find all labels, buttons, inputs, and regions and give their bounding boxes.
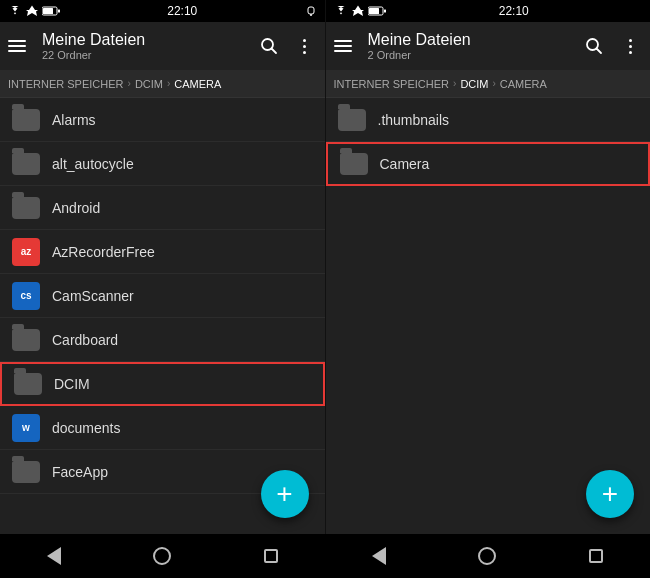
left-panel: 22:10 Meine Dateien 22 Ordner <box>0 0 326 534</box>
folder-icon-android <box>12 197 40 219</box>
left-file-android[interactable]: Android <box>0 186 325 230</box>
left-breadcrumb-camera: CAMERA <box>174 78 221 90</box>
right-status-left <box>334 5 386 17</box>
right-app-subtitle: 2 Ordner <box>368 49 575 61</box>
right-recents-icon <box>589 549 603 563</box>
right-breadcrumb: INTERNER SPEICHER › DCIM › CAMERA <box>326 70 651 98</box>
right-breadcrumb-speicher: INTERNER SPEICHER <box>334 78 450 90</box>
left-status-right <box>305 5 317 17</box>
file-name-thumbnails: .thumbnails <box>378 112 639 128</box>
left-app-subtitle: 22 Ordner <box>42 49 249 61</box>
left-fab-icon: + <box>276 478 292 510</box>
file-name-camscanner: CamScanner <box>52 288 313 304</box>
svg-line-11 <box>597 49 602 54</box>
notification-icon <box>305 5 317 17</box>
right-breadcrumb-dcim: DCIM <box>460 78 488 90</box>
right-home-icon <box>478 547 496 565</box>
right-fab[interactable]: + <box>586 470 634 518</box>
left-app-title: Meine Dateien <box>42 31 249 49</box>
left-fab[interactable]: + <box>261 470 309 518</box>
left-chevron-1: › <box>128 78 131 89</box>
folder-icon-alarms <box>12 109 40 131</box>
svg-rect-8 <box>369 8 379 14</box>
right-back-icon <box>372 547 386 565</box>
folder-icon-alt_autocycle <box>12 153 40 175</box>
search-icon <box>260 37 278 55</box>
left-breadcrumb-dcim: DCIM <box>135 78 163 90</box>
svg-rect-4 <box>310 14 312 16</box>
left-file-documents[interactable]: w documents <box>0 406 325 450</box>
right-wifi-icon <box>334 6 348 16</box>
file-name-alarms: Alarms <box>52 112 313 128</box>
app-label-w: w <box>22 422 30 433</box>
right-app-header: Meine Dateien 2 Ordner <box>326 22 651 70</box>
right-file-list: .thumbnails Camera + <box>326 98 651 534</box>
left-hamburger-menu[interactable] <box>8 40 26 52</box>
folder-icon-faceapp <box>12 461 40 483</box>
left-status-left <box>8 5 60 17</box>
right-hamburger-menu[interactable] <box>334 40 352 52</box>
right-search-icon <box>585 37 603 55</box>
left-more-button[interactable] <box>293 34 317 58</box>
right-more-button[interactable] <box>618 34 642 58</box>
left-home-button[interactable] <box>132 534 192 578</box>
right-recents-button[interactable] <box>566 534 626 578</box>
left-search-button[interactable] <box>257 34 281 58</box>
left-breadcrumb: INTERNER SPEICHER › DCIM › CAMERA <box>0 70 325 98</box>
folder-icon-cardboard <box>12 329 40 351</box>
file-name-cardboard: Cardboard <box>52 332 313 348</box>
left-chevron-2: › <box>167 78 170 89</box>
left-file-camscanner[interactable]: cs CamScanner <box>0 274 325 318</box>
svg-rect-3 <box>308 7 314 14</box>
file-name-documents: documents <box>52 420 313 436</box>
svg-line-6 <box>271 49 276 54</box>
left-file-list: Alarms alt_autocycle Android az AzRecord… <box>0 98 325 534</box>
left-bottom-nav <box>0 534 325 578</box>
svg-rect-9 <box>384 10 386 13</box>
left-file-cardboard[interactable]: Cardboard <box>0 318 325 362</box>
left-app-header: Meine Dateien 22 Ordner <box>0 22 325 70</box>
airplane-icon <box>26 5 38 17</box>
left-breadcrumb-speicher: INTERNER SPEICHER <box>8 78 124 90</box>
left-status-bar: 22:10 <box>0 0 325 22</box>
svg-rect-2 <box>58 10 60 13</box>
app-label-az: az <box>21 246 32 257</box>
left-title-area: Meine Dateien 22 Ordner <box>42 31 249 61</box>
right-chevron-2: › <box>492 78 495 89</box>
left-file-alt_autocycle[interactable]: alt_autocycle <box>0 142 325 186</box>
recents-icon <box>264 549 278 563</box>
right-status-bar: 22:10 <box>326 0 651 22</box>
right-file-camera[interactable]: Camera <box>326 142 651 186</box>
right-bottom-nav <box>325 534 650 578</box>
right-chevron-1: › <box>453 78 456 89</box>
right-file-thumbnails[interactable]: .thumbnails <box>326 98 651 142</box>
app-label-cs: cs <box>20 290 31 301</box>
left-file-alarms[interactable]: Alarms <box>0 98 325 142</box>
right-back-button[interactable] <box>349 534 409 578</box>
svg-rect-1 <box>43 8 53 14</box>
left-file-azrecorderfree[interactable]: az AzRecorderFree <box>0 230 325 274</box>
left-file-dcim[interactable]: DCIM <box>0 362 325 406</box>
app-icon-cs: cs <box>12 282 40 310</box>
file-name-azrecorderfree: AzRecorderFree <box>52 244 313 260</box>
right-airplane-icon <box>352 5 364 17</box>
app-icon-w: w <box>12 414 40 442</box>
battery-icon <box>42 6 60 16</box>
folder-icon-dcim <box>14 373 42 395</box>
right-panel: 22:10 Meine Dateien 2 Ordner <box>326 0 651 534</box>
right-search-button[interactable] <box>582 34 606 58</box>
wifi-icon <box>8 6 22 16</box>
back-icon <box>47 547 61 565</box>
left-recents-button[interactable] <box>241 534 301 578</box>
home-icon <box>153 547 171 565</box>
left-header-icons <box>257 34 317 58</box>
folder-icon-thumbnails <box>338 109 366 131</box>
file-name-camera: Camera <box>380 156 637 172</box>
left-back-button[interactable] <box>24 534 84 578</box>
right-home-button[interactable] <box>457 534 517 578</box>
right-breadcrumb-camera: CAMERA <box>500 78 547 90</box>
file-name-alt_autocycle: alt_autocycle <box>52 156 313 172</box>
left-time: 22:10 <box>167 4 197 18</box>
file-name-dcim: DCIM <box>54 376 311 392</box>
right-fab-icon: + <box>602 478 618 510</box>
